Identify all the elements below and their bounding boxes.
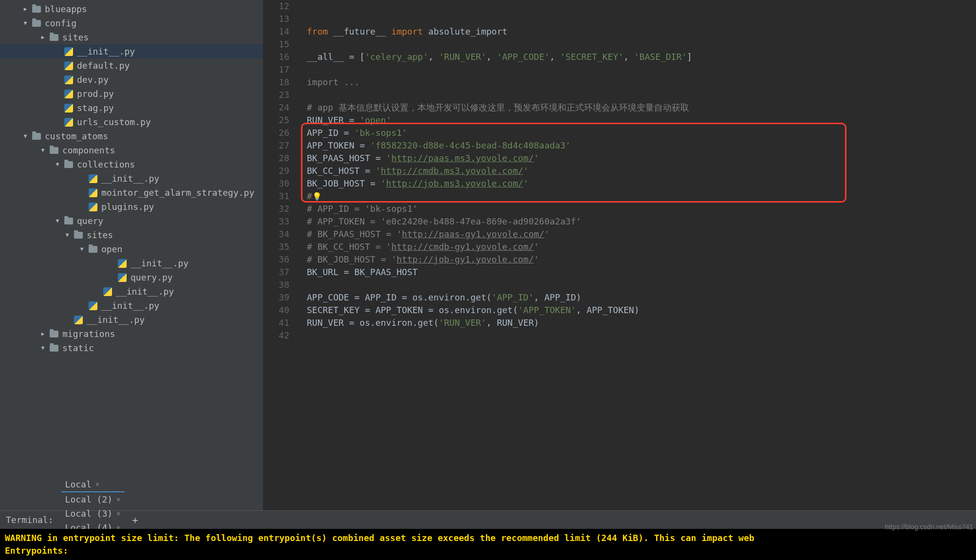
tree-item-urls_custom-py[interactable]: urls_custom.py xyxy=(0,115,263,129)
code-line[interactable]: # APP_TOKEN = 'e0c2420e-b488-47ea-869e-a… xyxy=(298,215,976,228)
terminal-tab[interactable]: Local✕ xyxy=(61,477,125,492)
tree-item-__init__-py[interactable]: __init__.py xyxy=(0,313,263,327)
tree-item-sites[interactable]: sites xyxy=(0,30,263,44)
code-line[interactable]: APP_ID = 'bk-sops1' xyxy=(298,127,976,139)
tree-item-query-py[interactable]: query.py xyxy=(0,270,263,284)
code-line[interactable]: APP_TOKEN = 'f8582320-d88e-4c45-bead-8d4… xyxy=(298,139,976,152)
code-line[interactable] xyxy=(298,38,976,51)
line-number: 33 xyxy=(263,215,289,228)
tree-item-prod-py[interactable]: prod.py xyxy=(0,87,263,101)
tree-label: __init__.py xyxy=(116,286,174,297)
python-file-icon xyxy=(63,103,74,113)
chevron-collapsed-icon[interactable] xyxy=(38,33,48,42)
line-number: 15 xyxy=(263,38,289,51)
line-number: 32 xyxy=(263,203,289,215)
tree-label: __init__.py xyxy=(77,46,135,56)
close-icon[interactable]: ✕ xyxy=(116,495,120,503)
code-line[interactable]: BK_URL = BK_PAAS_HOST xyxy=(298,266,976,279)
chevron-expanded-icon[interactable] xyxy=(77,244,87,254)
tree-item-blueapps[interactable]: blueapps xyxy=(0,2,263,16)
tree-item-mointor_get_alarm_strategy-py[interactable]: mointor_get_alarm_strategy.py xyxy=(0,186,263,200)
tree-item-custom_atoms[interactable]: custom_atoms xyxy=(0,129,263,143)
close-icon[interactable]: ✕ xyxy=(116,509,120,517)
line-number: 24 xyxy=(263,101,289,114)
code-line[interactable]: # BK_CC_HOST = 'http://cmdb-gy1.yovole.c… xyxy=(298,241,976,253)
tree-label: components xyxy=(62,145,115,155)
terminal-tab[interactable]: Local (3)✕ xyxy=(61,506,125,521)
add-terminal-button[interactable]: + xyxy=(129,514,142,526)
tree-item-open[interactable]: open xyxy=(0,242,263,256)
tree-item-plugins-py[interactable]: plugins.py xyxy=(0,200,263,214)
terminal-output[interactable]: WARNING in entrypoint size limit: The fo… xyxy=(0,529,976,560)
code-editor[interactable]: 1213141516171823242526272829303132333435… xyxy=(263,0,976,510)
tree-label: open xyxy=(101,244,122,254)
chevron-expanded-icon[interactable] xyxy=(62,230,72,240)
chevron-expanded-icon[interactable] xyxy=(38,146,48,155)
chevron-collapsed-icon[interactable] xyxy=(20,4,30,14)
line-number: 42 xyxy=(263,329,289,342)
terminal-line: Entrypoints: xyxy=(5,544,971,557)
code-line[interactable]: BK_CC_HOST = 'http://cmdb.ms3.yovole.com… xyxy=(298,165,976,177)
python-file-icon xyxy=(117,272,128,283)
folder-icon xyxy=(49,329,59,339)
code-line[interactable]: import ... xyxy=(298,76,976,89)
tree-item-dev-py[interactable]: dev.py xyxy=(0,73,263,87)
chevron-expanded-icon[interactable] xyxy=(38,343,48,353)
code-line[interactable]: # APP_ID = 'bk-sops1' xyxy=(298,203,976,215)
tree-item-stag-py[interactable]: stag.py xyxy=(0,101,263,115)
chevron-expanded-icon[interactable] xyxy=(20,19,30,28)
code-line[interactable]: BK_JOB_HOST = 'http://job.ms3.yovole.com… xyxy=(298,177,976,190)
code-line[interactable] xyxy=(298,13,976,25)
code-line[interactable] xyxy=(298,89,976,101)
folder-icon xyxy=(88,244,98,255)
tree-item-__init__-py[interactable]: __init__.py xyxy=(0,284,263,299)
tab-label: Local (2) xyxy=(65,494,113,504)
code-line[interactable]: # BK_PAAS_HOST = 'http://paas-gy1.yovole… xyxy=(298,228,976,241)
code-line[interactable] xyxy=(298,279,976,291)
code-line[interactable] xyxy=(298,63,976,76)
tree-item-migrations[interactable]: migrations xyxy=(0,327,263,341)
folder-icon xyxy=(49,145,59,156)
code-line[interactable]: # app 基本信息默认设置，本地开发可以修改这里，预发布环境和正式环境会从环境… xyxy=(298,101,976,114)
line-number: 38 xyxy=(263,279,289,291)
code-line[interactable]: BK_PAAS_HOST = 'http://paas.ms3.yovole.c… xyxy=(298,152,976,165)
tree-item-static[interactable]: static xyxy=(0,341,263,355)
code-line[interactable]: RUN_VER = 'open' xyxy=(298,114,976,127)
arrow-spacer xyxy=(106,259,116,268)
close-icon[interactable]: ✕ xyxy=(95,480,99,488)
line-number: 39 xyxy=(263,291,289,304)
tree-item-components[interactable]: components xyxy=(0,143,263,157)
tree-item-__init__-py[interactable]: __init__.py xyxy=(0,256,263,270)
folder-icon xyxy=(49,343,59,354)
tree-item-__init__-py[interactable]: __init__.py xyxy=(0,44,263,58)
tree-item-config[interactable]: config xyxy=(0,16,263,30)
project-tree[interactable]: blueappsconfigsites__init__.pydefault.py… xyxy=(0,0,263,510)
code-line[interactable]: SECRET_KEY = APP_TOKEN = os.environ.get(… xyxy=(298,304,976,317)
code-line[interactable]: from __future__ import absolute_import xyxy=(298,25,976,38)
folder-icon xyxy=(31,18,42,29)
code-line[interactable]: APP_CODE = APP_ID = os.environ.get('APP_… xyxy=(298,291,976,304)
chevron-expanded-icon[interactable] xyxy=(53,216,62,226)
code-line[interactable] xyxy=(298,0,976,13)
code-line[interactable]: __all__ = ['celery_app', 'RUN_VER', 'APP… xyxy=(298,51,976,63)
tree-item-__init__-py[interactable]: __init__.py xyxy=(0,299,263,313)
terminal-tabs[interactable]: Terminal: Local✕Local (2)✕Local (3)✕Loca… xyxy=(0,510,976,529)
python-file-icon xyxy=(102,286,113,297)
code-line[interactable]: # BK_JOB_HOST = 'http://job-gy1.yovole.c… xyxy=(298,253,976,266)
chevron-expanded-icon[interactable] xyxy=(53,160,62,169)
tree-item-default-py[interactable]: default.py xyxy=(0,58,263,73)
tree-item-sites[interactable]: sites xyxy=(0,228,263,242)
code-line[interactable]: RUN_VER = os.environ.get('RUN_VER', RUN_… xyxy=(298,317,976,329)
tree-item-__init__-py[interactable]: __init__.py xyxy=(0,171,263,186)
tree-item-collections[interactable]: collections xyxy=(0,157,263,171)
chevron-expanded-icon[interactable] xyxy=(20,131,30,141)
code-line[interactable] xyxy=(298,329,976,342)
terminal-tab[interactable]: Local (2)✕ xyxy=(61,492,125,506)
arrow-spacer xyxy=(77,174,87,184)
code-area[interactable]: from __future__ import absolute_import__… xyxy=(298,0,976,510)
code-line[interactable]: #💡 xyxy=(298,190,976,203)
tree-item-query[interactable]: query xyxy=(0,214,263,228)
arrow-spacer xyxy=(77,202,87,212)
line-gutter: 1213141516171823242526272829303132333435… xyxy=(263,0,298,510)
chevron-collapsed-icon[interactable] xyxy=(38,329,48,339)
